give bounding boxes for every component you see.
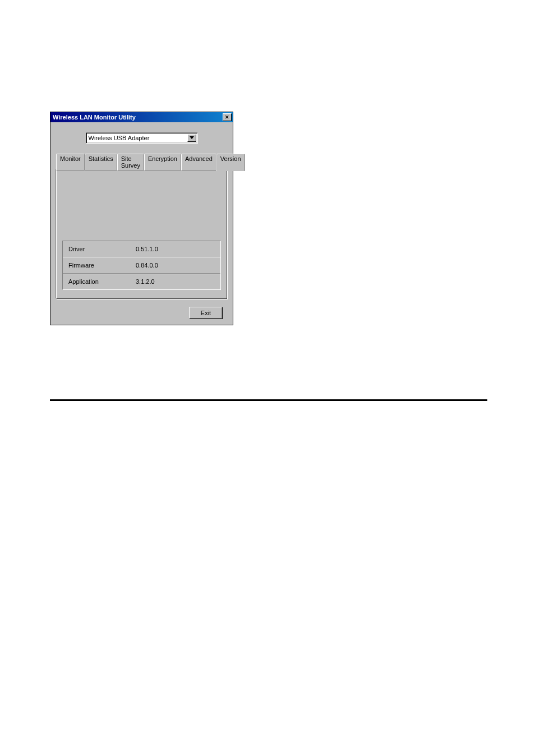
exit-button[interactable]: Exit bbox=[189, 307, 223, 319]
version-value: 0.51.1.0 bbox=[136, 246, 215, 252]
tab-strip: Monitor Statistics Site Survey Encryptio… bbox=[56, 154, 227, 170]
tab-container: Monitor Statistics Site Survey Encryptio… bbox=[56, 154, 227, 299]
version-label: Driver bbox=[68, 246, 136, 252]
window-title: Wireless LAN Monitor Utility bbox=[52, 114, 136, 121]
version-row-application: Application 3.1.2.0 bbox=[63, 274, 220, 289]
adapter-dropdown[interactable]: Wireless USB Adapter bbox=[86, 132, 198, 144]
version-value: 3.1.2.0 bbox=[136, 278, 215, 285]
version-row-driver: Driver 0.51.1.0 bbox=[63, 241, 220, 257]
svg-marker-0 bbox=[190, 136, 194, 139]
button-row: Exit bbox=[56, 307, 227, 319]
version-label: Application bbox=[68, 278, 136, 285]
window-body: Wireless USB Adapter Monitor Statistics … bbox=[50, 122, 233, 325]
close-icon: ✕ bbox=[225, 114, 229, 120]
tab-version[interactable]: Version bbox=[216, 154, 245, 171]
version-info-group: Driver 0.51.1.0 Firmware 0.84.0.0 Applic… bbox=[62, 241, 221, 290]
adapter-selector-row: Wireless USB Adapter bbox=[56, 132, 227, 144]
tab-encryption[interactable]: Encryption bbox=[144, 154, 181, 170]
app-window: Wireless LAN Monitor Utility ✕ Wireless … bbox=[50, 112, 233, 325]
version-row-firmware: Firmware 0.84.0.0 bbox=[63, 257, 220, 274]
version-value: 0.84.0.0 bbox=[136, 262, 215, 269]
chevron-down-icon bbox=[187, 134, 196, 142]
tab-statistics[interactable]: Statistics bbox=[85, 154, 117, 170]
tab-site-survey[interactable]: Site Survey bbox=[117, 154, 144, 170]
close-button[interactable]: ✕ bbox=[223, 113, 232, 121]
tab-monitor[interactable]: Monitor bbox=[56, 154, 85, 170]
tab-panel-version: Driver 0.51.1.0 Firmware 0.84.0.0 Applic… bbox=[56, 170, 227, 299]
titlebar: Wireless LAN Monitor Utility ✕ bbox=[50, 112, 233, 122]
horizontal-rule bbox=[50, 399, 487, 401]
version-label: Firmware bbox=[68, 262, 136, 269]
adapter-selected-value: Wireless USB Adapter bbox=[89, 135, 150, 141]
tab-advanced[interactable]: Advanced bbox=[181, 154, 216, 170]
